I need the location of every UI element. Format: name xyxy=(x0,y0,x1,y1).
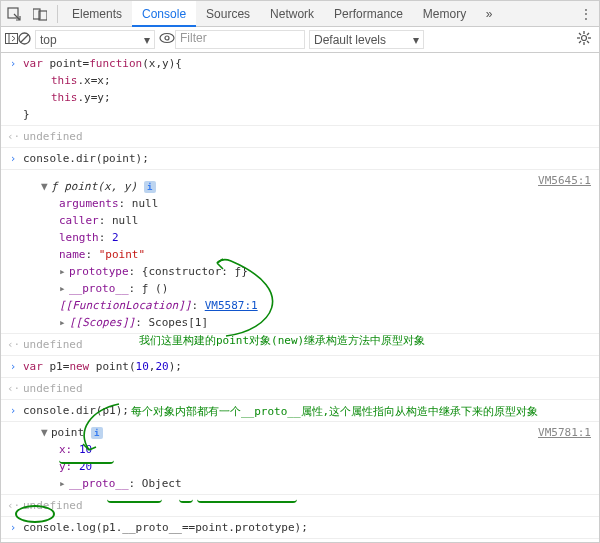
context-dropdown[interactable]: top ▾ xyxy=(35,30,155,49)
console-output-row: ‹· undefined xyxy=(1,334,599,356)
code-line: console.dir(point); xyxy=(23,152,149,165)
console-input-row: › console.log(p1.__proto__==point.protot… xyxy=(1,517,599,539)
console-toolbar: top ▾ Filter Default levels ▾ xyxy=(1,27,599,53)
code-line: var point=function(x,y){ xyxy=(23,55,593,72)
input-chevron-icon: › xyxy=(7,519,19,536)
tab-memory[interactable]: Memory xyxy=(413,1,476,27)
svg-point-9 xyxy=(582,36,587,41)
undefined-value: undefined xyxy=(23,382,83,395)
console-body: › var point=function(x,y){ this.x=x; thi… xyxy=(1,53,599,543)
undefined-value: undefined xyxy=(23,338,83,351)
console-output-row: VM5645:1 ▼ƒ point(x, y) i arguments: nul… xyxy=(1,170,599,334)
output-chevron-icon: ‹· xyxy=(7,497,19,514)
info-icon[interactable]: i xyxy=(91,427,103,439)
console-input-row: › console.dir(p1); xyxy=(1,400,599,422)
info-icon[interactable]: i xyxy=(144,181,156,193)
svg-line-14 xyxy=(579,33,581,35)
expander-down-icon[interactable]: ▼ xyxy=(41,424,51,441)
undefined-value: undefined xyxy=(23,499,83,512)
svg-point-7 xyxy=(160,34,174,43)
tab-elements[interactable]: Elements xyxy=(62,1,132,27)
expander-right-icon[interactable]: ▸ xyxy=(59,280,69,297)
code-line: this.x=x; xyxy=(23,72,593,89)
object-name: point xyxy=(51,426,84,439)
tab-performance[interactable]: Performance xyxy=(324,1,413,27)
svg-line-16 xyxy=(587,33,589,35)
inspect-icon[interactable] xyxy=(1,1,27,27)
device-toggle-icon[interactable] xyxy=(27,1,53,27)
code-line: console.log(p1.__proto__==point.prototyp… xyxy=(23,521,308,534)
expander-down-icon[interactable]: ▼ xyxy=(41,178,51,195)
tab-console[interactable]: Console xyxy=(132,1,196,27)
expander-right-icon[interactable]: ▸ xyxy=(59,314,69,331)
console-input-row: › var p1=new point(10,20); xyxy=(1,356,599,378)
context-value: top xyxy=(40,33,57,47)
input-chevron-icon: › xyxy=(7,150,19,167)
console-output-row: ‹· undefined xyxy=(1,126,599,148)
console-output-row: ‹· undefined xyxy=(1,495,599,517)
vm-source-link[interactable]: VM5781:1 xyxy=(538,424,591,441)
dropdown-triangle-icon: ▾ xyxy=(403,33,419,47)
eye-icon[interactable] xyxy=(159,32,175,47)
output-chevron-icon: ‹· xyxy=(7,336,19,353)
object-tree[interactable]: ▼ƒ point(x, y) i arguments: null caller:… xyxy=(23,178,593,331)
svg-point-8 xyxy=(165,36,169,40)
console-sidebar-toggle-icon[interactable] xyxy=(5,33,18,47)
devtools-tabbar: Elements Console Sources Network Perform… xyxy=(1,1,599,27)
settings-gear-icon[interactable] xyxy=(577,31,591,48)
function-name: point(x, y) xyxy=(64,180,137,193)
console-input-row: › console.dir(point); xyxy=(1,148,599,170)
source-link[interactable]: VM5587:1 xyxy=(205,299,258,312)
divider xyxy=(57,5,58,23)
console-output-row: VM5781:1 ▼point i x: 10 y: 20 ▸__proto__… xyxy=(1,422,599,495)
object-tree[interactable]: ▼point i x: 10 y: 20 ▸__proto__: Object xyxy=(23,424,593,492)
code-line: } xyxy=(23,106,593,123)
kebab-menu-icon[interactable]: ⋮ xyxy=(573,1,599,27)
clear-console-icon[interactable] xyxy=(18,32,31,48)
levels-value: Default levels xyxy=(314,33,386,47)
output-chevron-icon: ‹· xyxy=(7,128,19,145)
svg-line-15 xyxy=(587,41,589,43)
input-chevron-icon: › xyxy=(7,402,19,419)
code-line: console.dir(p1); xyxy=(23,404,129,417)
output-chevron-icon: ‹· xyxy=(7,380,19,397)
tab-network[interactable]: Network xyxy=(260,1,324,27)
input-chevron-icon: › xyxy=(7,358,19,375)
console-output-row: ‹· undefined xyxy=(1,378,599,400)
input-chevron-icon: › xyxy=(7,55,19,72)
console-output-row: VM5892:1 true xyxy=(1,539,599,543)
console-input-row: › var point=function(x,y){ this.x=x; thi… xyxy=(1,53,599,126)
code-line: this.y=y; xyxy=(23,89,593,106)
svg-line-6 xyxy=(21,34,29,42)
levels-dropdown[interactable]: Default levels ▾ xyxy=(309,30,424,49)
expander-right-icon[interactable]: ▸ xyxy=(59,475,69,492)
tab-sources[interactable]: Sources xyxy=(196,1,260,27)
svg-line-17 xyxy=(579,41,581,43)
expander-right-icon[interactable]: ▸ xyxy=(59,263,69,280)
undefined-value: undefined xyxy=(23,130,83,143)
filter-input[interactable]: Filter xyxy=(175,30,305,49)
more-tabs-icon[interactable]: » xyxy=(476,1,502,27)
dropdown-triangle-icon: ▾ xyxy=(134,33,150,47)
vm-source-link[interactable]: VM5645:1 xyxy=(538,172,591,189)
